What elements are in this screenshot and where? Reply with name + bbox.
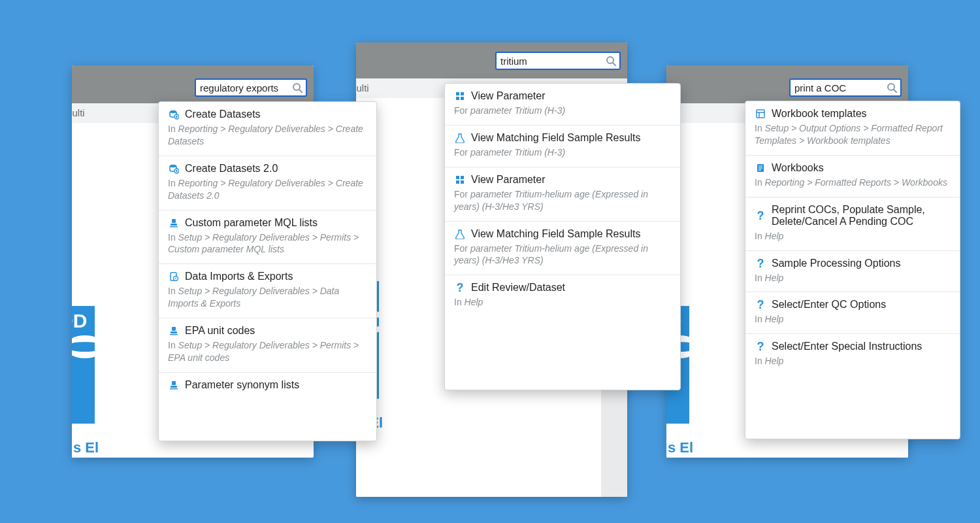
search-input[interactable] <box>500 56 605 67</box>
brand-text-fragment: s El <box>666 437 694 458</box>
result-path: In Help <box>454 296 671 309</box>
result-path: In Setup > Regulatory Deliverables > Per… <box>168 231 367 256</box>
search-icon[interactable] <box>291 82 303 93</box>
result-title: Parameter synonym lists <box>185 379 299 391</box>
result-title: Edit Review/Dataset <box>471 282 565 294</box>
result-path: In Setup > Regulatory Deliverables > Per… <box>168 339 367 364</box>
result-title: EPA unit codes <box>185 325 255 337</box>
search-input[interactable] <box>794 82 886 93</box>
search-result-item[interactable]: ?Select/Enter QC OptionsIn Help <box>745 292 960 334</box>
result-title: Create Datasets <box>185 109 261 120</box>
search-result-item[interactable]: ?Sample Processing OptionsIn Help <box>745 251 960 293</box>
result-title: Workbooks <box>772 162 824 174</box>
search-result-item[interactable]: WorkbooksIn Reporting > Formatted Report… <box>745 156 960 197</box>
toolbar <box>72 65 314 103</box>
result-path: In Reporting > Regulatory Deliverables >… <box>168 123 367 148</box>
search-results-dropdown-1[interactable]: Create DatasetsIn Reporting > Regulatory… <box>158 101 377 441</box>
result-title: Create Datasets 2.0 <box>185 163 278 175</box>
search-box[interactable] <box>789 78 902 97</box>
result-path: In Help <box>755 313 951 326</box>
result-path: For parameter Tritium-helium age (Expres… <box>454 243 671 267</box>
result-title: View Parameter <box>471 174 546 186</box>
result-title: Select/Enter Special Instructions <box>772 341 922 352</box>
database-plus-icon <box>168 109 180 120</box>
help-icon: ? <box>755 258 766 269</box>
grid-icon <box>454 174 466 186</box>
help-icon: ? <box>755 210 766 222</box>
flask-icon <box>454 132 466 144</box>
result-title: View Matching Field Sample Results <box>471 228 640 240</box>
result-path: For parameter Tritium-helium age (Expres… <box>454 188 671 213</box>
toolbar <box>356 42 627 78</box>
search-result-item[interactable]: ?Edit Review/DatasetIn Help <box>445 275 680 316</box>
workbook-icon <box>755 162 766 174</box>
search-result-item[interactable]: Create DatasetsIn Reporting > Regulatory… <box>159 102 376 156</box>
result-path: In Help <box>755 230 951 243</box>
toolbar <box>666 65 908 103</box>
brand-text-fragment: s El <box>72 437 100 458</box>
result-path: For parameter Tritium (H-3) <box>454 105 671 117</box>
search-result-item[interactable]: View Matching Field Sample ResultsFor pa… <box>445 126 680 167</box>
search-results-dropdown-2[interactable]: View ParameterFor parameter Tritium (H-3… <box>444 83 681 390</box>
search-result-item[interactable]: Parameter synonym lists <box>159 373 376 401</box>
stamp-icon <box>168 217 180 229</box>
help-icon: ? <box>454 282 466 294</box>
search-result-item[interactable]: ?Reprint COCs, Populate Sample, Delete/C… <box>745 197 960 251</box>
result-path: In Reporting > Regulatory Deliverables >… <box>168 177 367 202</box>
result-title: Reprint COCs, Populate Sample, Delete/Ca… <box>772 204 951 228</box>
search-box[interactable] <box>495 52 621 70</box>
result-title: View Matching Field Sample Results <box>471 132 640 144</box>
result-title: Custom parameter MQL lists <box>185 217 318 229</box>
search-result-item[interactable]: View Matching Field Sample ResultsFor pa… <box>445 222 680 276</box>
result-path: In Reporting > Formatted Reports > Workb… <box>755 177 951 189</box>
gear-doc-icon <box>168 271 180 282</box>
result-title: Select/Enter QC Options <box>772 299 886 311</box>
result-path: In Setup > Regulatory Deliverables > Dat… <box>168 285 367 310</box>
search-result-item[interactable]: Workbook templatesIn Setup > Output Opti… <box>745 101 960 156</box>
search-result-item[interactable]: EPA unit codesIn Setup > Regulatory Deli… <box>159 318 376 373</box>
result-path: In Help <box>755 355 951 367</box>
search-box[interactable] <box>195 78 307 97</box>
template-icon <box>755 108 766 120</box>
stamp-icon <box>168 325 180 337</box>
search-result-item[interactable]: Data Imports & ExportsIn Setup > Regulat… <box>159 264 376 318</box>
search-icon[interactable] <box>886 82 898 93</box>
database-plus-icon <box>168 163 180 175</box>
search-result-item[interactable]: View ParameterFor parameter Tritium-heli… <box>445 167 680 222</box>
search-result-item[interactable]: Custom parameter MQL listsIn Setup > Reg… <box>159 211 376 265</box>
result-path: In Help <box>755 272 951 284</box>
search-results-dropdown-3[interactable]: Workbook templatesIn Setup > Output Opti… <box>745 101 960 439</box>
result-title: Sample Processing Options <box>772 258 900 269</box>
help-icon: ? <box>755 341 766 352</box>
help-icon: ? <box>755 299 766 311</box>
search-result-item[interactable]: ?Select/Enter Special InstructionsIn Hel… <box>745 334 960 375</box>
result-title: Workbook templates <box>772 108 867 120</box>
result-title: View Parameter <box>471 90 546 102</box>
search-icon[interactable] <box>605 55 617 67</box>
grid-icon <box>454 90 466 102</box>
result-path: For parameter Tritium (H-3) <box>454 146 671 159</box>
result-title: Data Imports & Exports <box>185 271 293 282</box>
flask-icon <box>454 228 466 240</box>
search-result-item[interactable]: View ParameterFor parameter Tritium (H-3… <box>445 84 680 126</box>
stamp-icon <box>168 379 180 391</box>
result-path: In Setup > Output Options > Formatted Re… <box>755 122 951 147</box>
search-input[interactable] <box>200 82 291 93</box>
search-result-item[interactable]: Create Datasets 2.0In Reporting > Regula… <box>159 156 376 211</box>
brand-logo-fragment <box>72 306 95 424</box>
